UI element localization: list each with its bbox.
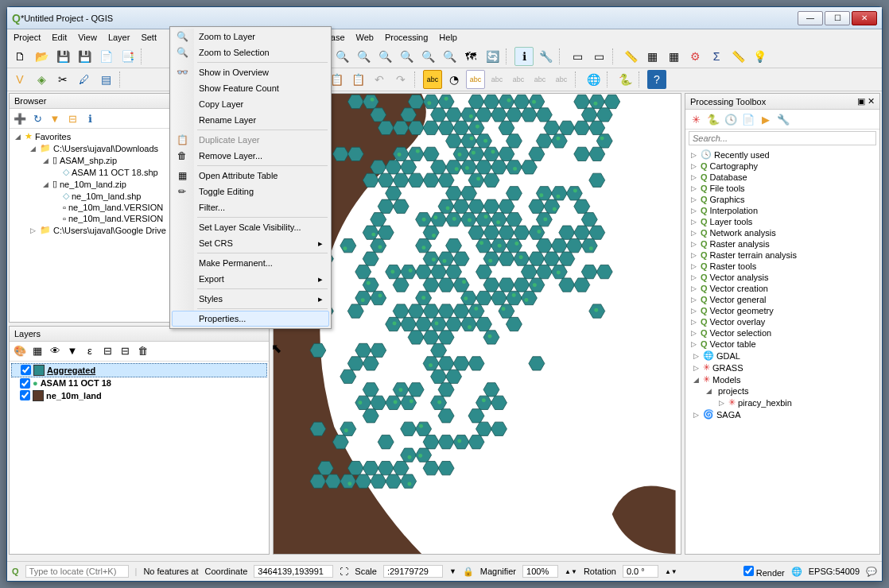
ctx-export[interactable]: Export▸ [172,271,329,287]
identify-icon[interactable]: ℹ [514,47,534,66]
ctx-properties-[interactable]: Properties... [172,311,329,327]
minimize-button[interactable]: — [798,11,823,25]
toolbox-interpolation[interactable]: ▷Q Interpolation [687,205,878,216]
save-icon[interactable]: 💾 [53,47,72,66]
land-shp[interactable]: ne_10m_land.shp [72,191,141,201]
ctx-rename-layer[interactable]: Rename Layer [172,112,329,128]
scale-dropdown-icon[interactable]: ▼ [449,567,456,575]
menu-help[interactable]: Help [439,33,457,42]
collapse2-icon[interactable]: ⊟ [118,344,132,358]
layer-visibility-checkbox[interactable] [20,390,30,400]
toolbox-models[interactable]: ◢✳ Models [687,373,878,385]
collapse-icon[interactable]: ⊟ [65,111,80,126]
ctx-filter-[interactable]: Filter... [172,199,329,215]
undock-icon[interactable]: ▣ [857,96,865,106]
lbl5-icon[interactable]: abc [552,70,571,89]
toolbox-piracy_hexbin[interactable]: ▷✳ piracy_hexbin [687,397,878,408]
mag-field[interactable] [522,565,558,578]
locator-input[interactable] [25,565,129,578]
filter-icon[interactable]: ▼ [48,111,62,126]
favorites[interactable]: Favorites [35,132,71,141]
asam-shp[interactable]: ASAM 11 OCT 18.shp [72,168,158,177]
layer-visibility-checkbox[interactable] [21,365,31,375]
lbl3-icon[interactable]: abc [509,70,528,89]
ctx-remove-layer-[interactable]: 🗑Remove Layer... [172,148,329,164]
add-vector-icon[interactable]: V [10,70,29,89]
attrib-icon[interactable]: ▦ [642,47,662,66]
zoom-layer-icon[interactable]: 🔍 [397,47,416,66]
msg-icon[interactable]: 💬 [866,567,877,577]
zoom-next-icon[interactable]: 🔍 [440,47,459,66]
toolbox-grass[interactable]: ▷✳ GRASS [687,362,878,373]
virtual-icon[interactable]: 🖊 [75,70,94,89]
plugins-icon[interactable]: 🌐 [584,70,603,89]
rot-stepper-icon[interactable]: ▲▼ [665,568,677,575]
select-icon[interactable]: ▭ [568,47,587,66]
ctx-copy-layer[interactable]: Copy Layer [172,96,329,112]
toolbox-file-tools[interactable]: ▷Q File tools [687,183,878,194]
scale-field[interactable] [383,565,443,578]
vis-icon[interactable]: 👁 [48,344,62,358]
asam-zip[interactable]: ASAM_shp.zip [60,156,117,165]
toolbox-saga[interactable]: ▷🌀 SAGA [687,408,878,420]
toolbox-vector-geometry[interactable]: ▷Q Vector geometry [687,305,878,316]
ctx-zoom-to-selection[interactable]: 🔍Zoom to Selection [172,44,329,60]
new-scratch-icon[interactable]: ✂ [53,70,72,89]
sigma-icon[interactable]: Σ [707,47,726,66]
measure-icon[interactable]: 📏 [621,47,640,66]
add-raster-icon[interactable]: ◈ [32,70,51,89]
menu-settings[interactable]: Settings [141,33,157,42]
menu-edit[interactable]: Edit [52,33,67,42]
ctx-show-feature-count[interactable]: Show Feature Count [172,80,329,96]
mag-stepper-icon[interactable]: ▲▼ [565,568,577,575]
land-ver2[interactable]: ne_10m_land.VERSION [68,214,163,223]
layer-aggregated[interactable]: Aggregated [11,363,267,377]
stat-icon[interactable]: ⚙ [685,47,705,66]
add-grp-icon[interactable]: ▦ [30,344,45,358]
layer-ne_10m_land[interactable]: ne_10m_land [11,389,267,402]
map-canvas[interactable] [273,93,681,555]
epsg-label[interactable]: EPSG:54009 [809,567,860,576]
menu-project[interactable]: Project [14,33,41,42]
ctx-show-in-overview[interactable]: 👓Show in Overview [172,64,329,80]
filter2-icon[interactable]: ▼ [65,344,80,358]
close-tb-icon[interactable]: ✕ [868,96,875,106]
props-icon[interactable]: ℹ [83,111,97,126]
ctx-set-crs[interactable]: Set CRS▸ [172,235,329,251]
toolbox-vector-creation[interactable]: ▷Q Vector creation [687,283,878,294]
undo-icon[interactable]: ↶ [370,70,389,89]
gpx-icon[interactable]: ▤ [96,70,115,89]
zoom-out-icon[interactable]: 🔍 [332,47,351,66]
path-downloads[interactable]: C:\Users\ujaval\Downloads [53,144,158,153]
ctx-set-layer-scale-visibility-[interactable]: Set Layer Scale Visibility... [172,219,329,235]
help-icon[interactable]: ? [647,70,666,89]
path-gdrive[interactable]: C:\Users\ujaval\Google Drive [53,226,166,235]
remove-icon[interactable]: 🗑 [135,344,149,358]
toolbox-search[interactable] [689,131,876,145]
refresh-icon[interactable]: 🔄 [483,47,502,66]
menu-layer[interactable]: Layer [108,33,130,42]
layer-asam-11-oct-18[interactable]: ● ASAM 11 OCT 18 [11,377,267,389]
toolbox-database[interactable]: ▷Q Database [687,172,878,183]
zoom-last-icon[interactable]: 🔍 [418,47,437,66]
maximize-button[interactable]: ☐ [825,11,850,25]
toolbox-graphics[interactable]: ▷Q Graphics [687,194,878,205]
ctx-zoom-to-layer[interactable]: 🔍Zoom to Layer [172,29,329,44]
script-icon[interactable]: 📄 [741,112,755,126]
run-action-icon[interactable]: 🔧 [536,47,555,66]
map-tip-icon[interactable]: 🗺 [461,47,480,66]
ruler-icon[interactable]: 📏 [728,47,747,66]
layout-icon[interactable]: 📄 [96,47,115,66]
toolbox-vector-selection[interactable]: ▷Q Vector selection [687,327,878,338]
crs-icon[interactable]: 🌐 [791,567,802,577]
toolbox-network-analysis[interactable]: ▷Q Network analysis [687,227,878,238]
toolbox-raster-terrain-analysis[interactable]: ▷Q Raster terrain analysis [687,250,878,261]
menu-processing[interactable]: Processing [385,33,428,42]
land-ver1[interactable]: ne_10m_land.VERSION [68,203,163,212]
ctx-toggle-editing[interactable]: ✏Toggle Editing [172,184,329,199]
save-as-icon[interactable]: 💾 [75,47,94,66]
ctx-make-permanent-[interactable]: Make Permanent... [172,255,329,271]
close-button[interactable]: ✕ [852,11,877,25]
layout-mgr-icon[interactable]: 📑 [118,47,137,66]
diagram-icon[interactable]: ◔ [444,70,464,89]
